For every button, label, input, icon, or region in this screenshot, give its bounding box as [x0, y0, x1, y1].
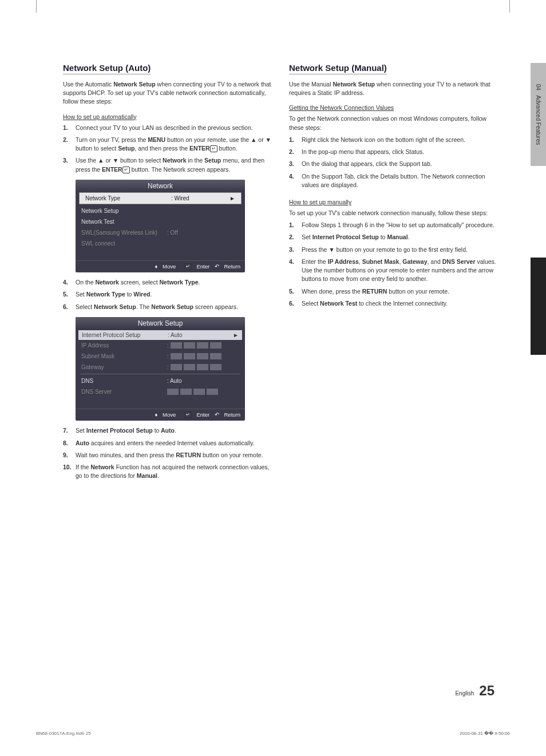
return-hint: ↶ Return: [215, 263, 240, 270]
page-footer: English 25: [455, 683, 494, 699]
menu-swl-connect: SWL connect: [76, 238, 245, 249]
step-v2: In the pop-up menu that appears, click S…: [289, 148, 498, 156]
steps-values: Right click the Network icon on the bott…: [289, 136, 498, 189]
enter-hint: ↵ Enter: [181, 263, 209, 270]
menu-network-test[interactable]: Network Test: [76, 216, 245, 227]
step-1: Connect your TV to your LAN as described…: [63, 124, 272, 132]
page-lang: English: [455, 690, 474, 696]
right-column: Network Setup (Manual) Use the Manual Ne…: [289, 63, 498, 484]
enter-icon: ↵: [184, 263, 192, 270]
left-column: Network Setup (Auto) Use the Automatic N…: [63, 63, 272, 484]
menu-title: Network: [76, 180, 245, 191]
network-setup-menu: Network Setup Internet Protocol Setup : …: [76, 317, 245, 421]
network-menu: Network Network Type : Wired ► Network S…: [76, 180, 245, 272]
sub-connection-values: Getting the Network Connection Values: [289, 104, 498, 111]
menu-ip-address: IP Address :: [76, 340, 245, 351]
ip-field: [167, 389, 218, 395]
steps-auto-2: On the Network screen, select Network Ty…: [63, 278, 272, 311]
right-arrow-icon: ►: [233, 332, 239, 338]
intro-manual: Use the Manual Network Setup when connec…: [289, 80, 498, 97]
enter-icon: ↵: [184, 411, 192, 418]
step-7: Set Internet Protocol Setup to Auto.: [63, 426, 272, 435]
ip-field: [171, 342, 221, 349]
sub-auto-setup: How to set up automatically: [63, 113, 272, 120]
step-8: Auto acquires and enters the needed Inte…: [63, 439, 272, 448]
enter-icon: ↵: [122, 167, 130, 173]
step-6: Select Network Setup. The Network Setup …: [63, 303, 272, 311]
step-3: Use the ▲ or ▼ button to select Network …: [63, 156, 272, 173]
side-tab: 04 Advanced Features: [531, 63, 546, 269]
side-tab-marker: [531, 258, 546, 355]
footer-filename: BN68-03017A-Eng.indb 25: [36, 731, 91, 736]
step-v4: On the Support Tab, click the Details bu…: [289, 172, 498, 189]
enter-hint: ↵ Enter: [181, 411, 209, 418]
step-4: On the Network screen, select Network Ty…: [63, 278, 272, 287]
menu-subnet: Subnet Mask :: [76, 351, 245, 362]
step-9: Wait two minutes, and then press the RET…: [63, 451, 272, 460]
menu-dns-server: DNS Server: [76, 386, 245, 397]
step-m1: Follow Steps 1 through 6 in the "How to …: [289, 221, 498, 229]
step-m3: Press the ▼ button on your remote to go …: [289, 246, 498, 254]
step-v3: On the dialog that appears, click the Su…: [289, 160, 498, 168]
crop-marks: [0, 0, 546, 17]
step-v1: Right click the Network icon on the bott…: [289, 136, 498, 144]
sub-manual-setup: How to set up manually: [289, 199, 498, 205]
side-tab-label: 04 Advanced Features: [531, 63, 546, 166]
menu-ip-setup[interactable]: Internet Protocol Setup : Auto ►: [78, 330, 242, 340]
chapter-num: 04: [535, 84, 541, 90]
return-hint: ↶ Return: [215, 411, 240, 418]
divider: [80, 374, 240, 374]
enter-icon: ↵: [210, 145, 217, 152]
step-m4: Enter the IP Address, Subnet Mask, Gatew…: [289, 258, 498, 284]
chapter-title: Advanced Features: [535, 95, 541, 145]
step-5: Set Network Type to Wired.: [63, 290, 272, 299]
move-hint: ♦ Move: [155, 263, 176, 270]
step-m5: When done, press the RETURN button on yo…: [289, 287, 498, 296]
step-2: Turn on your TV, press the MENU button o…: [63, 136, 272, 153]
ip-field: [171, 364, 221, 370]
page-number: 25: [479, 683, 494, 698]
right-arrow-icon: ►: [230, 195, 235, 201]
page-content: Network Setup (Auto) Use the Automatic N…: [63, 63, 498, 484]
para-connection-values: To get the Network connection values on …: [289, 114, 498, 132]
steps-auto-1: Connect your TV to your LAN as described…: [63, 124, 272, 174]
menu-dns[interactable]: DNS : Auto: [76, 375, 245, 386]
menu-footer: ♦ Move ↵ Enter ↶ Return: [76, 409, 245, 421]
print-footer: BN68-03017A-Eng.indb 25 2010-08-31 �� 9:…: [36, 731, 510, 736]
section-title-auto: Network Setup (Auto): [63, 63, 151, 74]
footer-timestamp: 2010-08-31 �� 9:50:06: [460, 731, 510, 736]
step-m2: Set Internet Protocol Setup to Manual.: [289, 233, 498, 242]
menu-swl: SWL(Samsung Wireless Link) : Off: [76, 227, 245, 238]
step-m6: Select Network Test to check the Interne…: [289, 299, 498, 308]
steps-manual: Follow Steps 1 through 6 in the "How to …: [289, 221, 498, 308]
menu-network-type[interactable]: Network Type : Wired ►: [79, 192, 242, 204]
step-10: If the Network Function has not acquired…: [63, 463, 272, 480]
move-hint: ♦ Move: [155, 411, 176, 418]
intro-auto: Use the Automatic Network Setup when con…: [63, 80, 272, 106]
menu-network-setup[interactable]: Network Setup: [76, 205, 245, 216]
menu-gateway: Gateway :: [76, 362, 245, 373]
section-title-manual: Network Setup (Manual): [289, 63, 387, 74]
menu-footer: ♦ Move ↵ Enter ↶ Return: [76, 260, 245, 272]
steps-auto-3: Set Internet Protocol Setup to Auto. Aut…: [63, 426, 272, 480]
menu-title: Network Setup: [76, 317, 245, 328]
para-manual-setup: To set up your TV's cable network connec…: [289, 209, 498, 217]
ip-field: [171, 353, 221, 359]
